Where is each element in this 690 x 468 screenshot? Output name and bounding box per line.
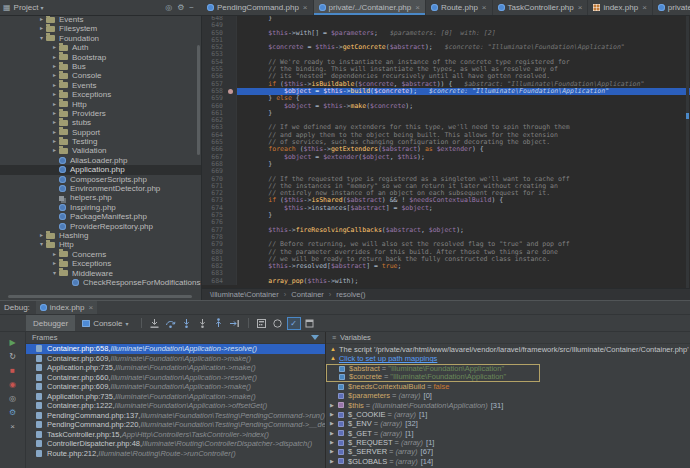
variable-row-env[interactable]: ▶$_ENV=(array)[32] [326, 419, 690, 428]
expand-arrow-icon[interactable]: ▶ [330, 438, 338, 447]
view-breakpoints-icon[interactable]: ◉ [9, 380, 16, 389]
chevron-right-icon[interactable]: ▸ [50, 90, 59, 99]
debug-tab-debugger[interactable]: Debugger [26, 315, 75, 331]
frame-row-pendingcommand-php-220[interactable]: PendingCommand.php:220, Illuminate\Found… [26, 420, 325, 430]
tree-item-validation[interactable]: ▸Validation [0, 146, 201, 155]
chevron-right-icon[interactable]: ▸ [37, 231, 46, 240]
resume-program-icon[interactable] [271, 317, 285, 330]
run-to-cursor-icon[interactable] [228, 317, 242, 330]
tab-close-icon[interactable]: × [415, 3, 420, 12]
tree-item-foundation[interactable]: ▾Foundation [0, 34, 201, 43]
code-line-682[interactable]: 682 $this->resolved[$abstract] = true; [202, 263, 690, 270]
frame-row-application-php-735[interactable]: Application.php:735, Illuminate\Foundati… [26, 392, 325, 402]
chevron-right-icon[interactable]: ▸ [50, 118, 59, 127]
editor-tab-route-php[interactable]: Route.php× [426, 0, 493, 15]
settings-icon[interactable]: ⚙ [9, 408, 16, 417]
editor-tab-pendingcommand-php[interactable]: PendingCommand.php× [202, 0, 314, 15]
chevron-right-icon[interactable]: ▸ [50, 53, 59, 62]
tree-item-stubs[interactable]: ▸stubs [0, 118, 201, 127]
variable-row-get[interactable]: ▶$_GET=(array)[1] [326, 429, 690, 438]
variable-row-server[interactable]: ▶$_SERVER=(array)[67] [326, 447, 690, 456]
frame-row-route-php-212[interactable]: Route.php:212, Illuminate\Routing\Route-… [26, 449, 325, 459]
chevron-right-icon[interactable]: ▸ [50, 62, 59, 71]
tree-item-providers[interactable]: ▸Providers [0, 109, 201, 118]
tree-item-http[interactable]: ▸Http [0, 100, 201, 109]
mute-breakpoints-icon[interactable]: ◎ [9, 394, 16, 403]
tree-item-exceptions[interactable]: ▸Exceptions [0, 90, 201, 99]
variable-row-parameters[interactable]: $parameters=(array)[0] [326, 391, 690, 400]
editor-tab-private-application-php[interactable]: private/../Application.php× [653, 0, 690, 15]
tree-item-environmentdetector-php[interactable]: EnvironmentDetector.php [0, 184, 201, 193]
variable-row-needscontextualbuild[interactable]: $needsContextualBuild=false [326, 382, 690, 391]
code-line-660[interactable]: 660 $object = $this->make($concrete); [202, 103, 690, 110]
code-line-674[interactable]: 674 $this->instances[$abstract] = $objec… [202, 205, 690, 212]
variable-row-concrete[interactable]: $concrete="Illuminate\Foundation\Applica… [326, 373, 540, 382]
chevron-right-icon[interactable]: ▸ [37, 24, 46, 33]
code-line-668[interactable]: 668 } [202, 161, 690, 168]
chevron-right-icon[interactable]: ▸ [50, 109, 59, 118]
debug-tab-console[interactable]: Console▾ [75, 315, 135, 331]
variable-row-globals[interactable]: ▶$GLOBALS=(array)[14] [326, 457, 690, 466]
expand-arrow-icon[interactable]: ▶ [330, 410, 338, 419]
frame-row-container-php-609[interactable]: Container.php:609, Illuminate\Foundation… [26, 382, 325, 392]
force-step-into-icon[interactable] [196, 317, 210, 330]
chevron-down-icon[interactable]: ▾ [37, 34, 46, 43]
tree-vertical-scrollbar[interactable] [197, 45, 200, 155]
breadcrumb-method[interactable]: resolve() [336, 290, 365, 299]
code-line-677[interactable]: 677 $this->fireResolvingCallbacks($abstr… [202, 227, 690, 234]
chevron-right-icon[interactable]: ▸ [50, 259, 59, 268]
variable-row-this[interactable]: ▶$this=(Illuminate\Foundation\Applicatio… [326, 401, 690, 410]
tree-item-events[interactable]: ▸Events [0, 15, 201, 24]
step-out-icon[interactable] [212, 317, 226, 330]
breakpoint-icon[interactable] [228, 89, 233, 94]
tree-item-checkresponseformodifications-ph[interactable]: CheckResponseForModifications.ph [0, 278, 201, 287]
hide-panel-icon[interactable]: − [189, 3, 194, 12]
chevron-down-icon[interactable]: ▾ [37, 240, 46, 249]
editor-scrollbar[interactable] [686, 15, 689, 288]
variable-row-cookie[interactable]: ▶$_COOKIE=(array)[1] [326, 410, 690, 419]
breadcrumb-namespace[interactable]: \Illuminate\Container [210, 290, 279, 299]
code-line-684[interactable]: 684 array_pop($this->with); [202, 278, 690, 285]
expand-arrow-icon[interactable]: ▶ [330, 429, 338, 438]
breadcrumb-class[interactable]: Container [291, 290, 324, 299]
frame-row-controllerdispatcher-php-48[interactable]: ControllerDispatcher.php:48, Illuminate\… [26, 439, 325, 449]
tree-item-aliasloader-php[interactable]: AliasLoader.php [0, 156, 201, 165]
editor-tab-taskcontroller-php[interactable]: TaskController.php× [493, 0, 589, 15]
chevron-right-icon[interactable]: ▸ [50, 81, 59, 90]
tree-item-composerscripts-php[interactable]: ComposerScripts.php [0, 175, 201, 184]
expand-arrow-icon[interactable]: ▶ [330, 457, 338, 466]
step-over-icon[interactable] [164, 317, 178, 330]
code-line-675[interactable]: 675 } [202, 212, 690, 219]
code-line-650[interactable]: 650 $this->with[] = $parameters;$paramet… [202, 30, 690, 37]
frame-row-pendingcommand-php-137[interactable]: PendingCommand.php:137, Illuminate\Found… [26, 411, 325, 421]
editor-tab-index-php[interactable]: index.php× [588, 0, 652, 15]
tree-item-events[interactable]: ▸Events [0, 81, 201, 90]
code-line-667[interactable]: 667 $object = $extender($object, $this); [202, 154, 690, 161]
tree-item-application-php[interactable]: Application.php [0, 165, 201, 174]
code-editor[interactable]: 648 }649650 $this->with[] = $parameters;… [202, 15, 690, 288]
tree-item-packagemanifest-php[interactable]: PackageManifest.php [0, 212, 201, 221]
expand-arrow-icon[interactable]: ▶ [330, 447, 338, 456]
chevron-down-icon[interactable]: ▾ [126, 320, 129, 327]
tree-item-middleware[interactable]: ▾Middleware [0, 269, 201, 278]
resume-icon[interactable]: ▶ [9, 338, 15, 347]
stop-icon[interactable]: ■ [10, 366, 15, 375]
show-execution-point-icon[interactable] [148, 317, 162, 330]
chevron-right-icon[interactable]: ▸ [50, 137, 59, 146]
debug-session-tab[interactable]: index.php × [36, 301, 97, 314]
tree-item-hashing[interactable]: ▸Hashing [0, 231, 201, 240]
tree-item-filesystem[interactable]: ▸Filesystem [0, 24, 201, 33]
show-values-inline-toggle-icon[interactable]: ✓ [287, 317, 301, 330]
frame-row-container-php-1222[interactable]: Container.php:1222, Illuminate\Foundatio… [26, 401, 325, 411]
code-line-648[interactable]: 648 } [202, 15, 690, 22]
tab-close-icon[interactable]: × [642, 3, 647, 12]
chevron-right-icon[interactable]: ▸ [50, 71, 59, 80]
close-icon[interactable]: × [10, 422, 15, 431]
frame-row-taskcontroller-php-15[interactable]: TaskController.php:15, App\Http\Controll… [26, 430, 325, 440]
editor-tab-private-container-php[interactable]: private/../Container.php× [314, 0, 426, 15]
chevron-right-icon[interactable]: ▸ [50, 100, 59, 109]
chevron-right-icon[interactable]: ▸ [50, 43, 59, 52]
chevron-right-icon[interactable]: ▸ [37, 15, 46, 24]
breakpoint-gutter[interactable] [226, 88, 237, 95]
tree-item-bootstrap[interactable]: ▸Bootstrap [0, 53, 201, 62]
